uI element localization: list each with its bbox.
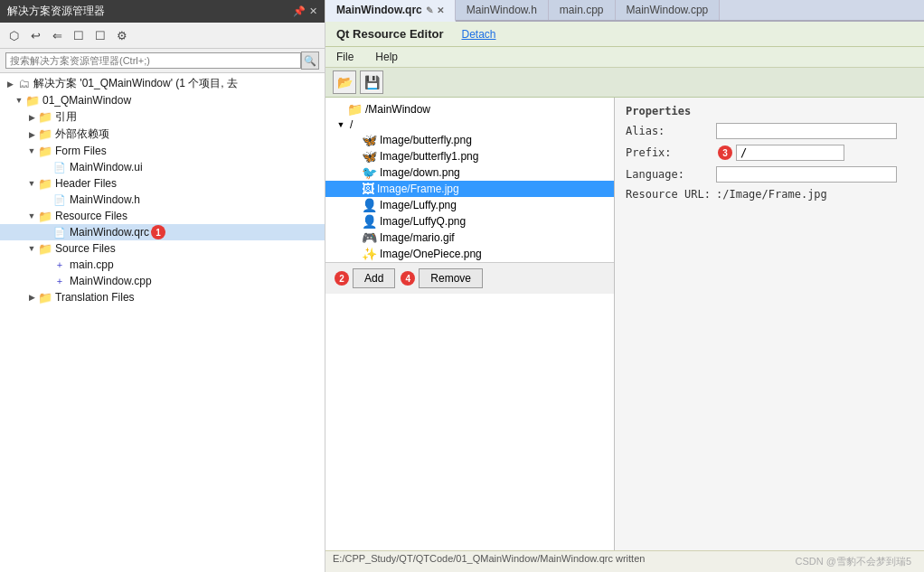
resource-files-group[interactable]: ▼ 📁 Resource Files [0,208,325,224]
mainwindow-h-item[interactable]: 📄 MainWindow.h [0,192,325,208]
qt-resource-editor-header: Qt Resource Editor Detach [325,22,924,47]
down-label: Image/down.png [380,166,460,179]
down-expand [349,168,362,177]
tab-qrc-close[interactable]: ✕ [437,5,444,15]
prefix-badge: 3 [718,145,732,160]
src-group-expand: ▼ [25,244,38,253]
mainwindow-cpp-label: MainWindow.cpp [70,275,152,287]
res-file-frame[interactable]: 🖼 Image/Frame.jpg [325,181,614,197]
search-input[interactable] [5,52,301,69]
mainwindow-cpp-item[interactable]: + MainWindow.cpp [0,273,325,289]
left-toolbar: ⬡ ↩ ⇐ ☐ ☐ ⚙ [0,23,325,49]
external-deps-item[interactable]: ▶ 📁 外部依赖项 [0,126,325,143]
ref-icon: 📁 [38,110,52,125]
main-cpp-expand [40,260,52,269]
pin-icon[interactable]: 📌 [293,5,306,17]
res-file-mario[interactable]: 🎮 Image/mario.gif [325,230,614,246]
prefix-slash-label: / [350,118,353,131]
mw-cpp-icon: + [52,274,67,288]
qt-toolbar: 📂 💾 [325,68,924,98]
qt-open-button[interactable]: 📂 [333,70,356,94]
solution-explorer-titlebar: 解决方案资源管理器 📌 ✕ [0,0,325,23]
toolbar-btn-box1[interactable]: ☐ [69,25,89,45]
tab-main-cpp[interactable]: main.cpp [549,0,616,20]
prop-alias-row: Alias: [626,123,913,139]
butterfly1-icon: 🦋 [362,149,377,164]
res-file-luffyq[interactable]: 👤 Image/LuffyQ.png [325,213,614,230]
res-file-butterfly1[interactable]: 🦋 Image/butterfly1.png [325,148,614,164]
alias-input[interactable] [716,123,897,139]
add-remove-bar: 2 Add 4 Remove [325,262,614,294]
status-bar: E:/CPP_Study/QT/QTCode/01_QMainWindow/Ma… [325,550,924,572]
search-bar: 🔍 [0,49,325,73]
alias-label: Alias: [626,125,716,137]
prefix-header-expand [335,105,347,114]
main-cpp-icon: + [52,258,67,272]
ext-expand: ▶ [25,130,38,139]
main-cpp-item[interactable]: + main.cpp [0,257,325,273]
search-button[interactable]: 🔍 [301,52,319,70]
toolbar-btn-left[interactable]: ⇐ [47,25,67,45]
remove-button[interactable]: Remove [419,268,483,288]
luffyq-label: Image/LuffyQ.png [380,215,466,228]
ui-file-icon: 📄 [52,160,67,174]
form-label: Form Files [55,145,107,157]
ref-label: 引用 [55,109,77,125]
properties-panel: Properties Alias: Prefix: 3 Language: Re… [615,98,924,550]
h-expand [40,195,52,204]
form-files-group[interactable]: ▼ 📁 Form Files [0,143,325,159]
tab-mwcpp-label: MainWindow.cpp [627,4,709,16]
language-input[interactable] [716,166,897,183]
mainwindow-ui-item[interactable]: 📄 MainWindow.ui [0,159,325,175]
close-icon[interactable]: ✕ [309,5,317,17]
add-button[interactable]: Add [353,268,395,288]
source-files-group[interactable]: ▼ 📁 Source Files [0,240,325,257]
header-files-group[interactable]: ▼ 📁 Header Files [0,175,325,192]
project-root[interactable]: ▼ 📁 01_QMainWindow [0,92,325,108]
res-file-onepiece[interactable]: ✨ Image/OnePiece.png [325,246,614,262]
prefix-header-label: /MainWindow [365,103,430,116]
remove-badge: 4 [401,271,415,286]
mario-expand [349,233,362,242]
qt-resource-editor-title: Qt Resource Editor [336,27,443,41]
project-expand-icon: ▼ [13,96,25,105]
res-prefix-header[interactable]: 📁 /MainWindow [325,101,614,117]
qrc-expand [40,228,52,237]
solution-root[interactable]: ▶ 🗂 解决方案 '01_QMainWindow' (1 个项目, 去 [0,75,325,92]
qt-save-button[interactable]: 💾 [360,70,383,94]
help-menu[interactable]: Help [372,49,401,65]
luffyq-expand [349,217,362,226]
translation-files-label: Translation Files [55,291,135,304]
res-file-down[interactable]: 🐦 Image/down.png [325,164,614,181]
toolbar-btn-settings[interactable]: ⚙ [112,25,132,45]
res-prefix-slash[interactable]: ▼ / [325,117,614,132]
tab-mainwindow-cpp[interactable]: MainWindow.cpp [616,0,721,20]
butterfly1-expand [349,152,362,161]
ref-item[interactable]: ▶ 📁 引用 [0,108,325,126]
prefix-input[interactable] [736,145,844,161]
tab-mainwindow-h[interactable]: MainWindow.h [456,0,549,20]
ext-label: 外部依赖项 [55,127,109,142]
mainwindow-qrc-item[interactable]: 📄 MainWindow.qrc 1 [0,224,325,240]
butterfly-expand [349,136,362,145]
project-icon: 📁 [25,93,40,108]
tab-mainwindow-qrc[interactable]: MainWindow.qrc ✎ ✕ [325,0,456,22]
mainwindow-qrc-label: MainWindow.qrc [70,226,149,239]
toolbar-btn-box2[interactable]: ☐ [90,25,110,45]
watermark-text: CSDN @雪豹不会梦到瑞5 [789,553,917,570]
res-file-butterfly[interactable]: 🦋 Image/butterfly.png [325,132,614,148]
down-icon: 🐦 [362,165,377,180]
onepiece-expand [349,249,362,258]
prefix-slash-expand: ▼ [335,120,347,129]
toolbar-btn-solution[interactable]: ⬡ [4,25,24,45]
frame-icon: 🖼 [362,182,374,196]
translation-files-group[interactable]: ▶ 📁 Translation Files [0,289,325,305]
res-file-luffy[interactable]: 👤 Image/Luffy.png [325,197,614,213]
status-path: E:/CPP_Study/QT/QTCode/01_QMainWindow/Ma… [333,553,645,570]
toolbar-btn-back[interactable]: ↩ [25,25,45,45]
header-expand: ▼ [25,179,38,188]
h-file-icon: 📄 [52,192,67,207]
detach-link[interactable]: Detach [461,28,495,41]
butterfly1-label: Image/butterfly1.png [380,150,478,163]
file-menu[interactable]: File [333,49,357,65]
